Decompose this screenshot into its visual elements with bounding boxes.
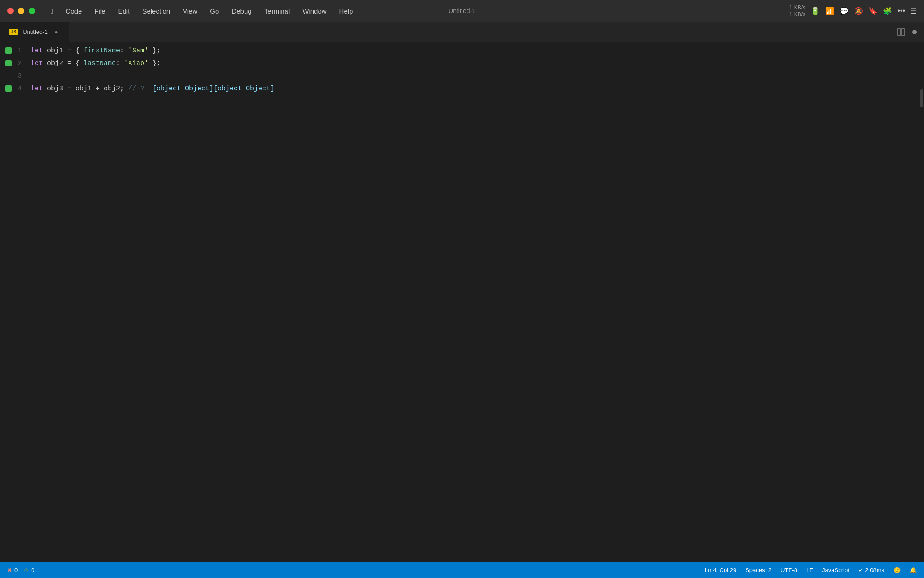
line-num-2: 2 [14, 60, 22, 67]
code-colon-1: : [120, 47, 128, 55]
menu-edit[interactable]: Edit [112, 5, 136, 17]
menu-code[interactable]: Code [59, 5, 88, 17]
code-result-4: [object Object][object Object] [148, 85, 274, 93]
warning-icon: ⚠ [23, 567, 29, 573]
breakpoint-1[interactable] [5, 47, 12, 54]
menu-terminal[interactable]: Terminal [258, 5, 296, 17]
tab-close-button[interactable]: ● [52, 28, 60, 36]
timing-text: ✓ 2.08ms [859, 567, 884, 573]
code-colon-2: : [116, 60, 124, 67]
code-prop-1: firstName [83, 47, 120, 55]
scrollbar-thumb[interactable] [920, 89, 923, 107]
code-area[interactable]: let obj1 = { firstName : 'Sam' }; let ob… [27, 42, 919, 562]
breakpoint-4[interactable] [5, 85, 12, 92]
code-str-1: 'Sam' [128, 47, 148, 55]
status-language[interactable]: JavaScript [822, 567, 850, 573]
status-timing[interactable]: ✓ 2.08ms [859, 567, 884, 573]
status-position[interactable]: Ln 4, Col 29 [705, 567, 736, 573]
language-text: JavaScript [822, 567, 850, 573]
status-notification[interactable]: 🔔 [910, 567, 917, 573]
tabbar: JS Untitled-1 ● [0, 22, 924, 42]
split-editor-button[interactable] [897, 28, 905, 36]
menu-file[interactable]: File [88, 5, 111, 17]
extensions-icon: 🧩 [883, 7, 892, 15]
emoji-icon: 🙂 [893, 567, 901, 573]
tab-filename: Untitled-1 [23, 28, 48, 35]
eol-text: LF [806, 567, 813, 573]
tab-untitled[interactable]: JS Untitled-1 ● [0, 22, 70, 42]
line-num-4: 4 [14, 85, 22, 92]
tabbar-actions [897, 28, 924, 36]
line-number-row-4: 4 [0, 82, 22, 95]
status-spaces[interactable]: Spaces: 2 [745, 567, 772, 573]
js-badge: JS [9, 29, 18, 35]
bookmark-icon: 🔖 [869, 7, 878, 15]
editor: 1 2 3 4 let obj1 = { firstName : 'Sam' }… [0, 42, 924, 562]
error-icon: ✖ [7, 567, 12, 573]
minimize-button[interactable] [18, 8, 24, 14]
code-var-2a: obj2 = { [43, 60, 83, 67]
maximize-button[interactable] [29, 8, 35, 14]
traffic-lights [7, 8, 35, 14]
encoding-text: UTF-8 [781, 567, 797, 573]
code-kw-1: let [31, 47, 43, 55]
code-var-4a: obj3 = obj1 + obj2; [43, 85, 128, 93]
status-eol[interactable]: LF [806, 567, 813, 573]
menubar-right: 1 KB/s 1 KB/s 🔋 📶 💬 🔕 🔖 🧩 ••• ☰ [790, 5, 917, 18]
error-count: 0 [14, 567, 18, 573]
line-number-row-3: 3 [0, 70, 22, 82]
code-brace-2: }; [148, 60, 161, 67]
line-number-row-1: 1 [0, 44, 22, 57]
code-line-1: let obj1 = { firstName : 'Sam' }; [31, 44, 919, 57]
line-num-1: 1 [14, 47, 22, 54]
network-down: 1 KB/s [790, 11, 805, 18]
svg-rect-1 [901, 29, 905, 35]
code-brace-1: }; [148, 47, 161, 55]
code-prop-2: lastName [83, 60, 116, 67]
menu-items:  Code File Edit Selection View Go Debug… [44, 5, 790, 17]
position-text: Ln 4, Col 29 [705, 567, 736, 573]
code-line-2: let obj2 = { lastName : 'Xiao' }; [31, 57, 919, 70]
warning-count: 0 [31, 567, 34, 573]
code-str-2: 'Xiao' [124, 60, 148, 67]
statusbar: ✖ 0 ⚠ 0 Ln 4, Col 29 Spaces: 2 UTF-8 LF … [0, 562, 924, 578]
list-icon[interactable]: ☰ [910, 7, 917, 15]
menu-apple[interactable]:  [44, 5, 59, 17]
code-var-1a: obj1 = { [43, 47, 83, 55]
wifi-icon: 📶 [825, 7, 834, 15]
code-line-4: let obj3 = obj1 + obj2; // ? [object Obj… [31, 82, 919, 95]
menubar:  Code File Edit Selection View Go Debug… [0, 0, 924, 22]
battery-icon: 🔋 [811, 7, 820, 15]
network-up: 1 KB/s [790, 5, 805, 11]
status-emoji[interactable]: 🙂 [893, 567, 901, 573]
line-numbers: 1 2 3 4 [0, 42, 27, 562]
svg-rect-0 [897, 29, 901, 35]
breakpoint-2[interactable] [5, 60, 12, 66]
menu-view[interactable]: View [176, 5, 203, 17]
wechat-icon: 💬 [840, 7, 849, 15]
scrollbar-track[interactable] [919, 42, 924, 562]
line-number-row-2: 2 [0, 57, 22, 70]
code-kw-2: let [31, 60, 43, 67]
menu-debug[interactable]: Debug [225, 5, 258, 17]
statusbar-left: ✖ 0 ⚠ 0 [7, 567, 34, 573]
sync-dot [912, 30, 917, 34]
code-comment-4: // ? [128, 85, 148, 93]
dnd-icon: 🔕 [854, 7, 863, 15]
menu-go[interactable]: Go [203, 5, 225, 17]
more-icon[interactable]: ••• [897, 7, 905, 15]
status-encoding[interactable]: UTF-8 [781, 567, 797, 573]
code-line-3 [31, 70, 919, 82]
window-title: Untitled-1 [448, 7, 476, 14]
status-errors[interactable]: ✖ 0 ⚠ 0 [7, 567, 34, 573]
menu-selection[interactable]: Selection [136, 5, 176, 17]
bell-icon: 🔔 [910, 567, 917, 573]
statusbar-right: Ln 4, Col 29 Spaces: 2 UTF-8 LF JavaScri… [705, 567, 917, 573]
line-num-3: 3 [14, 72, 22, 79]
menu-help[interactable]: Help [333, 5, 360, 17]
close-button[interactable] [7, 8, 14, 14]
spaces-text: Spaces: 2 [745, 567, 772, 573]
menu-window[interactable]: Window [296, 5, 333, 17]
code-kw-4: let [31, 85, 43, 93]
